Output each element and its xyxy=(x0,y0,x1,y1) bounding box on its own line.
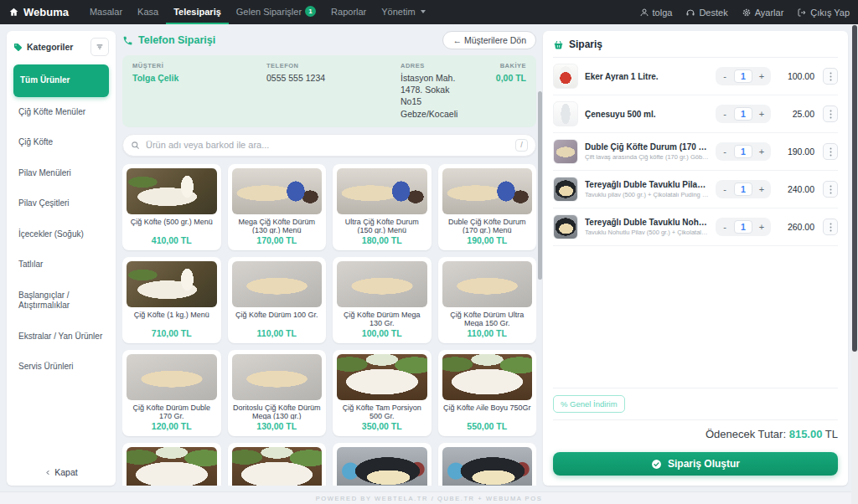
product-card[interactable]: Ultra Çiğ Köfte Durum (150 gr.) Menü180,… xyxy=(333,164,432,250)
product-name: Çiğ Köfte (500 gr.) Menü xyxy=(122,214,221,234)
product-grid-scrollbar[interactable] xyxy=(538,91,542,280)
product-card[interactable]: Çiğ Köfte Yarım Porsiyon 330 Gr.210,00 T… xyxy=(228,443,327,486)
item-options-button[interactable] xyxy=(823,181,838,198)
back-to-customers-button[interactable]: ← Müşterilere Dön xyxy=(442,31,536,49)
product-card[interactable]: Çiğ Köfte Dürüm Mega 130 Gr.100,00 TL xyxy=(333,257,432,343)
product-card[interactable]: Çiğ Köfte (500 gr.) Menü410,00 TL xyxy=(122,164,221,250)
discount-row: % Genel İndirim xyxy=(553,388,838,419)
create-order-button[interactable]: Sipariş Oluştur xyxy=(553,452,838,476)
decrease-quantity-button[interactable]: - xyxy=(720,70,730,83)
support-button[interactable]: Destek xyxy=(685,8,727,18)
product-card[interactable]: Duble Çiğ Köfte Durum (170 gr.) Menü190,… xyxy=(438,164,537,250)
total-currency: TL xyxy=(825,428,838,440)
sidebar-close-button[interactable]: Kapat xyxy=(13,460,109,477)
brand-logo[interactable]: Webuma xyxy=(8,0,69,24)
gear-icon xyxy=(742,8,752,18)
product-card[interactable]: Çiğ Köfte (1 kg.) Menü710,00 TL xyxy=(122,257,221,343)
user-menu[interactable]: tolga xyxy=(639,8,673,18)
nav-gelen-siparisler[interactable]: Gelen Siparişler 1 xyxy=(229,0,323,24)
kebab-menu-icon xyxy=(830,185,832,194)
category-pilav-cesitleri[interactable]: Pilav Çeşitleri xyxy=(13,188,109,219)
order-item-thumbnail xyxy=(553,177,578,202)
category-cig-kofte-menuler[interactable]: Çiğ Köfte Menüler xyxy=(13,97,109,128)
product-image xyxy=(337,447,427,486)
item-options-button[interactable] xyxy=(823,143,838,160)
product-image xyxy=(442,354,533,400)
quantity-value[interactable]: 1 xyxy=(734,69,752,83)
quantity-stepper: - 1 + xyxy=(716,180,771,198)
sidebar-collapse-button[interactable] xyxy=(90,38,109,56)
category-servis-urunleri[interactable]: Servis Ürünleri xyxy=(13,352,109,383)
quantity-value[interactable]: 1 xyxy=(734,145,752,158)
product-image xyxy=(442,168,533,214)
quantity-value[interactable]: 1 xyxy=(734,107,752,121)
nav-yonetim[interactable]: Yönetim xyxy=(374,0,432,24)
product-card[interactable]: Çiğ Köfte Aile Boyu 750Gr550,00 TL xyxy=(438,350,537,436)
category-tatlilar[interactable]: Tatlılar xyxy=(13,249,109,280)
category-pilav-menuleri[interactable]: Pilav Menüleri xyxy=(13,158,109,189)
category-icecekler[interactable]: İçecekler (Soğuk) xyxy=(13,219,109,250)
product-price: 110,00 TL xyxy=(438,327,537,343)
decrease-quantity-button[interactable]: - xyxy=(720,108,730,121)
nav-masalar[interactable]: Masalar xyxy=(82,0,130,24)
decrease-quantity-button[interactable]: - xyxy=(720,146,730,158)
product-card[interactable]: Doritoslu Çiğ Köfte Dürüm Mega (130 gr.)… xyxy=(228,350,327,436)
product-card[interactable]: Mega Çiğ Köfte Dürüm (130 gr.) Menü170,0… xyxy=(228,164,327,250)
product-image xyxy=(442,261,533,307)
chevron-down-icon xyxy=(421,10,426,13)
order-item-name: Eker Ayran 1 Litre. xyxy=(585,72,709,81)
order-item-info: Duble Çiğ Köfte Durum (170 gr.) Menü Çif… xyxy=(585,142,709,161)
home-icon xyxy=(8,7,19,18)
product-card[interactable]: Tereyağlı Duble Tavuklu Nohutlu Pilav Me… xyxy=(438,443,537,486)
customer-balance-value: 0,00 TL xyxy=(468,72,526,84)
order-item: Duble Çiğ Köfte Durum (170 gr.) Menü Çif… xyxy=(553,133,838,171)
category-ekstralar[interactable]: Ekstralar / Yan Ürünler xyxy=(13,321,109,352)
page-scrollbar-track[interactable] xyxy=(851,24,858,504)
search-input[interactable] xyxy=(146,140,509,150)
category-tum-urunler[interactable]: Tüm Ürünler xyxy=(13,64,109,97)
quantity-value[interactable]: 1 xyxy=(734,183,752,196)
customer-balance-block: BAKİYE 0,00 TL xyxy=(468,62,526,120)
phone-order-panel: Telefon Siparişi ← Müşterilere Dön MÜŞTE… xyxy=(122,31,536,486)
order-item-price: 260.00 xyxy=(778,222,814,232)
order-item-info: Tereyağlı Duble Tavuklu Pilav Menü (500 … xyxy=(585,180,709,198)
increase-quantity-button[interactable]: + xyxy=(757,108,767,121)
product-card[interactable]: Çiğ Köfte Dürüm Ultra Mega 150 Gr.110,00… xyxy=(438,257,537,343)
page-scrollbar-thumb[interactable] xyxy=(852,25,857,352)
increase-quantity-button[interactable]: + xyxy=(757,146,767,158)
product-card[interactable]: Çiğ Köfte Dürüm Duble 170 Gr.120,00 TL xyxy=(122,350,221,436)
nav-raporlar[interactable]: Raporlar xyxy=(323,0,374,24)
increase-quantity-button[interactable]: + xyxy=(757,70,767,83)
logout-button[interactable]: Çıkış Yap xyxy=(797,8,850,18)
product-image xyxy=(337,168,427,214)
product-image xyxy=(127,447,217,486)
product-card[interactable]: Çiğ Köfte 1Kg700,00 TL xyxy=(122,443,221,486)
product-image xyxy=(232,168,323,214)
category-baslangiclar[interactable]: Başlangıçlar / Atıştırmalıklar xyxy=(13,280,109,321)
item-options-button[interactable] xyxy=(823,68,838,85)
item-options-button[interactable] xyxy=(823,219,838,235)
item-options-button[interactable] xyxy=(823,105,838,122)
content-area: Kategoriler Tüm Ürünler Çiğ Köfte Menüle… xyxy=(0,24,858,491)
order-item-info: Eker Ayran 1 Litre. xyxy=(585,72,709,81)
decrease-quantity-button[interactable]: - xyxy=(720,183,730,196)
product-name: Doritoslu Çiğ Köfte Dürüm Mega (130 gr.) xyxy=(228,400,327,419)
decrease-quantity-button[interactable]: - xyxy=(720,221,730,234)
general-discount-button[interactable]: % Genel İndirim xyxy=(553,395,625,413)
quantity-value[interactable]: 1 xyxy=(734,220,752,234)
product-image xyxy=(232,447,323,486)
product-image xyxy=(442,447,533,486)
product-card[interactable]: Çiğ Köfte Tam Porsiyon 500 Gr.350,00 TL xyxy=(333,350,432,436)
product-name: Duble Çiğ Köfte Durum (170 gr.) Menü xyxy=(438,214,537,234)
search-icon xyxy=(131,141,140,150)
category-cig-kofte[interactable]: Çiğ Köfte xyxy=(13,127,109,158)
nav-telesiparis[interactable]: Telesipariş xyxy=(166,0,229,24)
nav-kasa[interactable]: Kasa xyxy=(130,0,166,24)
product-card[interactable]: Çiğ Köfte Dürüm 100 Gr.110,00 TL xyxy=(228,257,327,343)
product-name: Ultra Çiğ Köfte Durum (150 gr.) Menü xyxy=(333,214,432,234)
increase-quantity-button[interactable]: + xyxy=(757,183,767,196)
footer: POWERED BY WEBTELA.TR / QUBE.TR + WEBUMA… xyxy=(0,491,858,504)
product-card[interactable]: Tereyağlı Duble Tavuklu Pilav Menü (500 … xyxy=(333,443,432,486)
increase-quantity-button[interactable]: + xyxy=(757,221,767,234)
settings-button[interactable]: Ayarlar xyxy=(742,8,784,18)
